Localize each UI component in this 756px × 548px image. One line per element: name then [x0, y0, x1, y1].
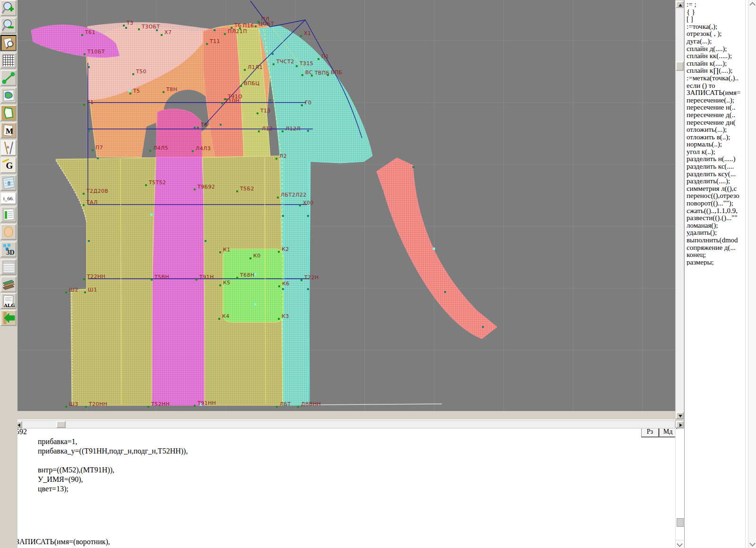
- drafting-tools-button[interactable]: A: [0, 140, 17, 156]
- grid-button[interactable]: [0, 52, 17, 68]
- command-item[interactable]: удалить();: [687, 229, 747, 236]
- md-button[interactable]: Мд: [659, 427, 677, 437]
- point-marker: [196, 279, 198, 281]
- command-item[interactable]: симметрия л((),с: [687, 185, 747, 192]
- table-button[interactable]: [0, 206, 17, 223]
- canvas-label: Т10БТ: [87, 49, 105, 55]
- command-item[interactable]: развести(().()..."": [687, 214, 747, 222]
- edge-point-marker: [282, 215, 284, 217]
- exit-button[interactable]: [0, 310, 17, 326]
- point-marker: [236, 277, 238, 279]
- calculation-sheet-button[interactable]: 8: [0, 175, 17, 191]
- canvas-label: Т10Н: [225, 98, 240, 104]
- command-item[interactable]: разделить ксу(...: [687, 170, 747, 178]
- canvas-label: ЛБТ: [280, 401, 291, 407]
- command-item[interactable]: сплайн кк(.....);: [687, 52, 747, 60]
- command-item[interactable]: угол к(..);: [687, 148, 747, 155]
- canvas-label: Ш2: [69, 287, 78, 293]
- canvas-label: К5: [223, 280, 231, 286]
- code-vertical-scrollbar[interactable]: [675, 429, 684, 548]
- command-panel-scrollbar[interactable]: [748, 0, 756, 548]
- code-panel[interactable]: 592 Рз Мд прибавка=1,прибавка_у=((Т91НН,…: [14, 420, 675, 548]
- canvas-label: Т50: [136, 68, 146, 75]
- point-marker: [278, 318, 280, 320]
- command-item[interactable]: [ ]: [687, 15, 747, 23]
- right-arrow-icon: [679, 423, 682, 427]
- canvas-label: П7: [95, 145, 103, 151]
- point-marker: [65, 406, 67, 408]
- books-button[interactable]: [0, 276, 17, 292]
- scroll-down-button[interactable]: [676, 412, 684, 419]
- pattern-piece-pocket[interactable]: [223, 249, 284, 322]
- command-item[interactable]: :=метка(точка(,)..: [687, 74, 747, 82]
- zoom-out-button[interactable]: [0, 17, 17, 34]
- rz-button[interactable]: Рз: [641, 427, 659, 437]
- command-item[interactable]: :=точка(,);: [687, 23, 747, 30]
- command-item[interactable]: ломаная();: [687, 222, 747, 229]
- command-item[interactable]: := ;: [687, 0, 747, 8]
- vertical-scroll-thumb[interactable]: [676, 61, 684, 71]
- command-item[interactable]: поворот(()..."");: [687, 199, 747, 207]
- command-item[interactable]: отрезок( , );: [687, 30, 747, 37]
- edge-point-marker: [97, 157, 99, 159]
- point-marker: [277, 197, 279, 198]
- canvas-horizontal-scrollbar[interactable]: [14, 420, 675, 428]
- command-item[interactable]: сопряжение д(...: [687, 244, 747, 251]
- zoom-in-button[interactable]: [0, 0, 17, 16]
- code-scroll-thumb[interactable]: [677, 518, 684, 527]
- point-marker: [249, 257, 251, 259]
- pattern-piece-skirt-left[interactable]: [56, 158, 156, 405]
- command-item[interactable]: сплайн к(....);: [687, 60, 747, 67]
- i66-button[interactable]: i_66.: [0, 192, 17, 205]
- view-pattern-button[interactable]: [0, 35, 17, 51]
- document-list-button[interactable]: [0, 259, 17, 275]
- alg-button[interactable]: ALG: [0, 293, 17, 309]
- canvas-label: Л12Л: [285, 126, 301, 132]
- command-item[interactable]: выполнить(dmod: [687, 236, 747, 244]
- command-item[interactable]: сплайн к∏(....);: [687, 67, 747, 74]
- command-item[interactable]: пересечение д(..: [687, 111, 747, 119]
- command-item[interactable]: сплайн д(....);: [687, 45, 747, 52]
- pattern-piece-center-strip[interactable]: [152, 157, 205, 405]
- command-item[interactable]: перенос((),отрезо: [687, 192, 747, 199]
- command-item[interactable]: пересечение дн(: [687, 119, 747, 126]
- code-line: прибавка_у=((Т91НН,подг_н,подг_н,Т52НН))…: [14, 447, 657, 456]
- g-tool-button[interactable]: G: [0, 157, 17, 173]
- command-item[interactable]: сжать(()..,1.1,0.9,: [687, 207, 747, 214]
- command-item[interactable]: нормаль(..);: [687, 140, 747, 148]
- m-document-button[interactable]: M: [0, 122, 17, 138]
- command-item[interactable]: отложить в(..);: [687, 133, 747, 141]
- pattern-piece-button[interactable]: [0, 105, 17, 121]
- view-3d-button[interactable]: 3D: [0, 241, 17, 257]
- segment-tool-button[interactable]: [0, 70, 17, 86]
- command-item[interactable]: разделить кс(....: [687, 163, 747, 170]
- command-item[interactable]: конец;: [687, 251, 747, 258]
- drawing-canvas[interactable]: Т61Т3Т3ОБТХ7Т10БТТ50Т5Т8НГ1Т11ПЛ21ПТ6П16…: [17, 0, 675, 411]
- command-item[interactable]: отложить(...);: [687, 126, 747, 133]
- pattern-piece-collar[interactable]: [377, 158, 497, 339]
- canvas-label: Т61: [85, 29, 95, 35]
- canvas-label: Т8Н: [166, 86, 177, 93]
- command-item[interactable]: разделить н(.....): [687, 155, 747, 163]
- command-item[interactable]: размеры;: [687, 258, 747, 266]
- image-button[interactable]: [0, 87, 17, 103]
- scroll-right-button[interactable]: [676, 421, 684, 428]
- code-line: внтр=((М52),(МТ91Н)),: [14, 466, 657, 475]
- code-line: У_ИМЯ=(90),: [14, 475, 657, 485]
- scroll-up-button[interactable]: [676, 1, 684, 8]
- command-item[interactable]: если () то: [687, 82, 747, 89]
- canvas-label: Х00: [303, 200, 314, 206]
- horizontal-scroll-thumb[interactable]: [56, 421, 66, 428]
- command-item[interactable]: ЗАПИСАТЬ(имя=: [687, 89, 747, 96]
- canvas-label: К4: [222, 313, 230, 319]
- command-item[interactable]: пересечение(..);: [687, 96, 747, 104]
- command-item[interactable]: пересечение н(..: [687, 103, 747, 111]
- command-item[interactable]: разделить(....);: [687, 177, 747, 185]
- edge-point-marker: [444, 291, 446, 293]
- command-item[interactable]: дуга(...);: [687, 37, 747, 45]
- code-scroll-down-button[interactable]: [676, 540, 684, 548]
- edge-point-marker: [88, 240, 90, 242]
- segment-icon: [11, 72, 15, 76]
- command-item[interactable]: { }: [687, 8, 747, 16]
- model-photo-button[interactable]: [0, 224, 17, 240]
